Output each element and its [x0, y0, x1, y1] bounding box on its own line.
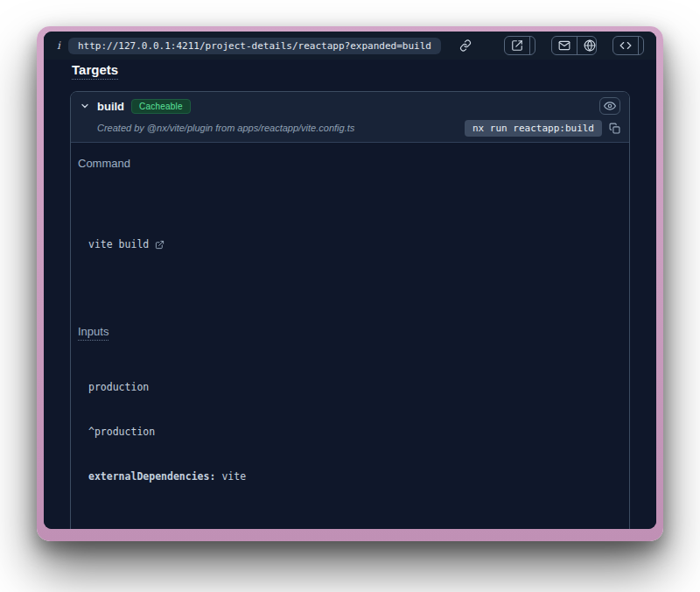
capture-button-group: [504, 36, 536, 55]
screenshot-button[interactable]: [529, 37, 536, 54]
copy-command-button[interactable]: [609, 123, 620, 134]
command-values: vite build: [88, 180, 622, 309]
target-name: build: [97, 100, 124, 113]
chevron-down-icon[interactable]: [80, 101, 90, 111]
build-target-card: build Cacheable Created by @nx/vite/plug…: [70, 91, 630, 529]
inputs-values: production ^production externalDependenc…: [88, 350, 622, 514]
link-button[interactable]: [455, 37, 476, 54]
input-item: externalDependencies:vite: [88, 469, 622, 484]
command-label: Command: [78, 157, 130, 170]
run-command-chip: nx run reactapp:build: [465, 120, 602, 137]
copy-icon: [609, 123, 620, 134]
open-command-button[interactable]: [155, 210, 276, 279]
command-value: vite build: [88, 237, 149, 252]
sidebar-toggle-button[interactable]: [638, 37, 644, 54]
eye-icon: [604, 100, 616, 112]
created-by-text: Created by @nx/vite/plugin from apps/rea…: [97, 123, 354, 133]
tools-button-group: [551, 36, 598, 55]
external-dependencies-key: externalDependencies:: [88, 470, 215, 483]
info-icon[interactable]: i: [56, 39, 61, 52]
dev-button-group: [612, 36, 644, 55]
input-item: ^production: [88, 425, 622, 440]
targets-heading: Targets: [72, 62, 118, 80]
command-section: Command vite build: [78, 155, 622, 309]
build-header-subrow: Created by @nx/vite/plugin from apps/rea…: [80, 119, 620, 137]
inbox-button[interactable]: [552, 37, 577, 54]
window-frame: i http://127.0.0.1:4211/project-details/…: [37, 26, 663, 541]
code-icon: [620, 39, 632, 52]
project-details-page: Targets build Cacheable: [44, 60, 656, 529]
build-header-row[interactable]: build Cacheable: [80, 97, 620, 115]
mail-icon: [558, 39, 570, 52]
build-card-body: Command vite build: [71, 143, 629, 529]
web-button[interactable]: [577, 37, 598, 54]
inputs-section: Inputs production ^production externalDe…: [78, 323, 622, 514]
cacheable-badge: Cacheable: [131, 99, 191, 114]
export-button[interactable]: [505, 37, 529, 54]
export-icon: [511, 39, 523, 52]
external-link-icon: [155, 210, 276, 279]
outputs-section: Outputs {projectRoot}/my-custom-outdir: [78, 528, 622, 529]
inputs-label: Inputs: [78, 325, 108, 341]
url-bar[interactable]: http://127.0.0.1:4211/project-details/re…: [68, 38, 441, 54]
link-icon: [459, 39, 472, 52]
titlebar: i http://127.0.0.1:4211/project-details/…: [44, 32, 656, 60]
build-card-header: build Cacheable Created by @nx/vite/plug…: [71, 92, 629, 143]
view-target-button[interactable]: [599, 97, 620, 115]
globe-icon: [584, 39, 596, 52]
devtools-button[interactable]: [613, 37, 638, 54]
browser-window: i http://127.0.0.1:4211/project-details/…: [44, 32, 656, 529]
input-item: production: [88, 380, 622, 395]
external-dependencies-value: vite: [221, 470, 246, 483]
